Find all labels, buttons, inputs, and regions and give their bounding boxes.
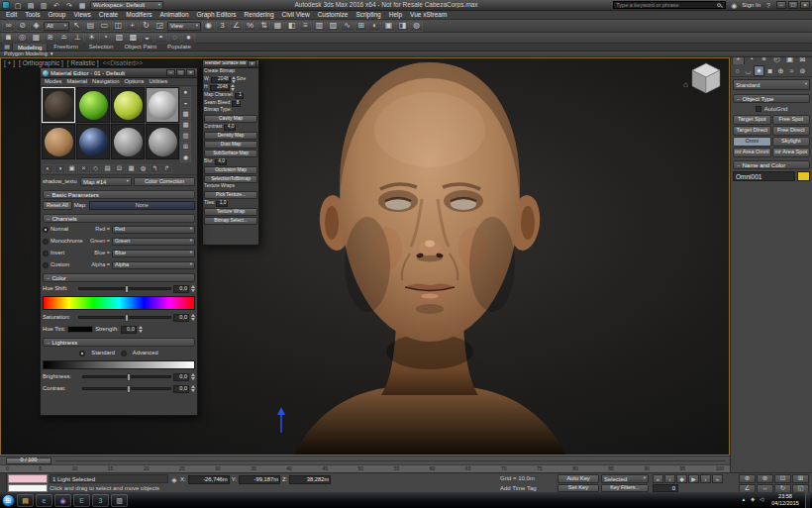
object-type-rollout[interactable]: − Object Type xyxy=(733,94,810,103)
select-and-scale-icon[interactable]: ◲ xyxy=(153,21,166,32)
selection-filter-dropdown[interactable]: All▾ xyxy=(44,22,69,31)
hue-shift-value[interactable]: 0,0 xyxy=(173,285,189,293)
polygon-modeling-panel-bar[interactable]: Polygon Modeling ▾ xyxy=(0,51,812,57)
scene-states-icon[interactable]: ▩ xyxy=(127,33,140,44)
frame-tick-label[interactable]: 60 xyxy=(430,466,436,471)
frame-tick-label[interactable]: 30 xyxy=(215,466,221,471)
tray-volume-icon[interactable]: ◁ xyxy=(758,495,765,505)
ribbon-tab[interactable]: Selection xyxy=(84,43,119,51)
sample-type-icon[interactable]: ● xyxy=(180,87,191,97)
channel-source-dropdown[interactable]: Green▾ xyxy=(112,238,195,246)
channel-source-dropdown[interactable]: Blue▾ xyxy=(112,250,195,257)
frame-tick-label[interactable]: 35 xyxy=(251,466,256,471)
maxscript-listener-strip[interactable]: MAXScript Mi xyxy=(0,473,7,493)
material-slot-1[interactable] xyxy=(42,87,75,123)
menu-item[interactable]: Help xyxy=(385,12,406,19)
select-and-link-icon[interactable]: ∞ xyxy=(2,21,15,32)
menu-item[interactable]: Customize xyxy=(314,12,353,19)
material-slot-4[interactable] xyxy=(146,87,179,123)
reference-coordinate-dropdown[interactable]: View▾ xyxy=(167,22,201,31)
channel-mode-radio[interactable] xyxy=(43,239,49,245)
frame-tick-label[interactable]: 85 xyxy=(608,466,614,471)
absolute-mode-icon[interactable]: ◎ xyxy=(16,33,29,44)
select-and-manipulate-icon[interactable]: ◉ xyxy=(202,21,215,32)
ribbon-menu-icon[interactable]: ▤ xyxy=(2,43,12,51)
bind-to-space-warp-icon[interactable]: ◈ xyxy=(30,21,43,32)
frame-tick-label[interactable]: 25 xyxy=(179,466,185,471)
spinner-control[interactable] xyxy=(191,285,195,292)
material-slot-7[interactable] xyxy=(111,124,145,159)
name-and-color-rollout[interactable]: − Name and Color xyxy=(733,160,810,169)
next-frame-button[interactable]: › xyxy=(700,474,711,483)
select-and-move-icon[interactable]: + xyxy=(126,21,139,32)
material-options-icon[interactable]: ⊞ xyxy=(180,142,191,152)
select-and-rotate-icon[interactable]: ↻ xyxy=(140,21,152,32)
frame-tick-label[interactable]: 40 xyxy=(286,466,292,471)
channel-mode-radio[interactable] xyxy=(43,251,49,256)
frame-tick-label[interactable]: 10 xyxy=(72,466,78,471)
open-file-icon[interactable]: ▤ xyxy=(25,0,37,10)
map-type-button[interactable]: Color Correction xyxy=(134,177,195,186)
channel-source-dropdown[interactable]: Alpha▾ xyxy=(112,261,195,269)
put-material-icon[interactable]: ◑ xyxy=(54,164,65,173)
show-map-in-viewport-icon[interactable]: ▦ xyxy=(126,164,137,173)
taskbar-item-3dsmax[interactable]: 3 xyxy=(92,494,109,507)
go-to-end-button[interactable]: » xyxy=(712,474,723,483)
light-type-button[interactable]: mr Area Omni xyxy=(733,148,771,157)
menu-item[interactable]: Create xyxy=(95,12,123,19)
crossing-selection-icon[interactable]: ◫ xyxy=(112,21,125,32)
menu-item[interactable]: Tools xyxy=(21,12,44,19)
absolute-offset-toggle-icon[interactable]: ◈ xyxy=(170,474,178,484)
contrast-field[interactable]: 4,0 xyxy=(224,125,236,131)
cameras-category-icon[interactable]: ◙ xyxy=(764,65,775,76)
light-type-button[interactable]: Omni xyxy=(733,137,771,147)
key-filters-button[interactable]: Key Filters... xyxy=(601,484,649,492)
go-forward-icon[interactable]: ↱ xyxy=(161,164,172,173)
map-name-dropdown[interactable]: Map #14▾ xyxy=(80,177,132,186)
channel-source-dropdown[interactable]: Red▾ xyxy=(112,226,195,234)
ribbon-tab[interactable]: Populate xyxy=(162,43,196,51)
play-button[interactable]: ▶ xyxy=(688,474,699,483)
curve-editor-icon[interactable]: ∿ xyxy=(341,21,354,32)
close-icon[interactable]: × xyxy=(248,60,256,67)
layer-manager-icon[interactable]: ▥ xyxy=(313,21,326,32)
graphite-ribbon-icon[interactable]: ▨ xyxy=(327,21,340,32)
percent-snap-icon[interactable]: % xyxy=(244,21,256,32)
help-icon[interactable]: ? xyxy=(762,0,774,10)
minimize-button[interactable]: – xyxy=(166,69,175,76)
menu-item[interactable]: Modifiers xyxy=(122,12,155,19)
pick-texture-button[interactable]: Pick Texture... xyxy=(204,191,257,199)
render-production-icon[interactable]: ◍ xyxy=(410,21,423,32)
material-slot-8[interactable] xyxy=(146,124,179,159)
time-slider-handle[interactable]: 0 / 100 xyxy=(6,457,51,464)
align-icon[interactable]: ≡ xyxy=(299,21,312,32)
spacing-tool-icon[interactable]: ≋ xyxy=(44,33,56,44)
helpers-category-icon[interactable]: ⊕ xyxy=(775,65,786,76)
new-file-icon[interactable]: ▢ xyxy=(12,0,24,10)
menu-item[interactable]: Edit xyxy=(2,12,21,19)
auto-key-button[interactable]: Auto Key xyxy=(558,474,599,483)
environment-icon[interactable]: ◒ xyxy=(141,33,153,44)
mirror-icon[interactable]: ◧ xyxy=(285,21,298,32)
select-by-material-icon[interactable]: ◉ xyxy=(180,152,191,162)
basic-parameters-rollout[interactable]: − Basic Parameters xyxy=(43,190,195,199)
light-type-button[interactable]: Target Spot xyxy=(733,115,771,125)
saturation-value[interactable]: 0,0 xyxy=(173,314,189,322)
contrast-value[interactable]: 0,0 xyxy=(173,385,189,393)
menu-item[interactable]: Views xyxy=(69,12,94,19)
show-end-result-icon[interactable]: ◍ xyxy=(138,164,149,173)
frame-tick-label[interactable]: 65 xyxy=(465,466,471,471)
save-file-icon[interactable]: ▥ xyxy=(38,0,50,10)
frame-tick-label[interactable]: 45 xyxy=(322,466,328,471)
material-id-icon[interactable]: ⊟ xyxy=(114,164,125,173)
project-folder-icon[interactable]: ▦ xyxy=(76,0,88,10)
systems-category-icon[interactable]: ⊚ xyxy=(797,65,808,76)
tiles-field[interactable]: 1,0 xyxy=(216,201,228,207)
time-slider[interactable]: 0 / 100 xyxy=(0,456,730,464)
video-color-check-icon[interactable]: ▥ xyxy=(180,131,191,141)
zoom-extents-icon[interactable]: ⊡ xyxy=(774,474,791,483)
selection-lock-icon[interactable]: ◙ xyxy=(2,33,15,44)
material-slot-6[interactable] xyxy=(76,124,110,159)
select-object-icon[interactable]: ↖ xyxy=(70,21,83,32)
taskbar-item-browser[interactable]: e xyxy=(36,494,52,507)
